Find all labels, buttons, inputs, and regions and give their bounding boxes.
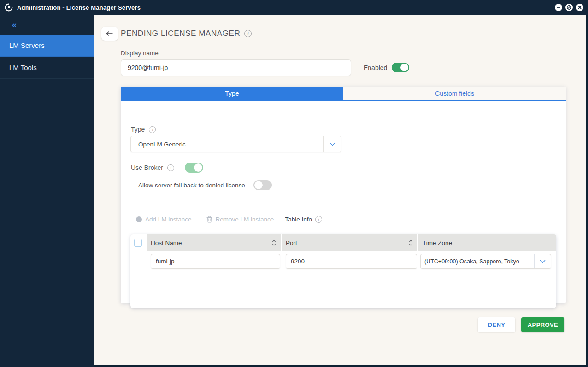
- tab-bar: Type Custom fields: [121, 87, 566, 101]
- sidebar-collapse-icon[interactable]: «: [12, 20, 16, 30]
- restore-blocked-icon[interactable]: [565, 4, 573, 11]
- remove-lm-instance-button[interactable]: Remove LM instance: [206, 216, 274, 223]
- add-lm-instance-button[interactable]: Add LM instance: [136, 216, 192, 223]
- type-info-icon[interactable]: [149, 126, 156, 133]
- column-header-host-name[interactable]: Host Name: [147, 234, 281, 251]
- use-broker-label: Use Broker: [131, 164, 163, 171]
- time-zone-select[interactable]: (UTC+09:00) Osaka, Sapporo, Tokyo: [420, 254, 551, 269]
- lm-instance-table: Host Name Port Time Zone: [130, 234, 556, 308]
- table-info-button[interactable]: Table Info: [285, 216, 322, 223]
- sidebar-nav: LM Servers LM Tools: [0, 35, 94, 79]
- type-select[interactable]: OpenLM Generic: [130, 136, 341, 152]
- approve-button[interactable]: APPROVE: [521, 317, 564, 332]
- toggle-knob: [400, 64, 408, 71]
- sort-icon: [271, 239, 276, 246]
- column-label: Port: [286, 239, 297, 246]
- chevron-down-icon: [534, 254, 551, 268]
- column-label: Time Zone: [423, 239, 452, 246]
- tab-custom-fields[interactable]: Custom fields: [343, 87, 566, 100]
- enabled-label: Enabled: [364, 64, 387, 71]
- sidebar-item-label: LM Tools: [9, 64, 37, 71]
- display-name-input[interactable]: [121, 59, 351, 76]
- type-tab-content: Type OpenLM Generic Use Broker Allow ser…: [121, 101, 566, 302]
- use-broker-row: Use Broker: [131, 163, 203, 173]
- sidebar-item-lm-servers[interactable]: LM Servers: [0, 35, 94, 57]
- select-all-checkbox[interactable]: [134, 239, 142, 247]
- type-field-label-row: Type: [131, 126, 156, 133]
- back-button[interactable]: [101, 27, 118, 41]
- fallback-label: Allow server fall back to denied license: [138, 182, 245, 189]
- type-select-value: OpenLM Generic: [131, 141, 323, 148]
- deny-button[interactable]: DENY: [478, 317, 515, 332]
- type-field-label: Type: [131, 126, 145, 133]
- table-header: Host Name Port Time Zone: [147, 234, 556, 251]
- fallback-toggle[interactable]: [253, 180, 272, 190]
- app-logo-icon: [5, 3, 13, 12]
- use-broker-info-icon[interactable]: [167, 164, 174, 171]
- enabled-toggle[interactable]: [392, 63, 409, 72]
- window-controls: [555, 0, 583, 15]
- sort-icon: [408, 239, 413, 246]
- time-zone-value: (UTC+09:00) Osaka, Sapporo, Tokyo: [421, 254, 534, 268]
- lm-config-card: Type Custom fields Type OpenLM Generic U…: [121, 87, 566, 303]
- main-content: PENDING LICENSE MANAGER Display name Ena…: [94, 15, 586, 365]
- page-header: PENDING LICENSE MANAGER: [121, 29, 252, 38]
- add-lm-instance-label: Add LM instance: [145, 216, 192, 223]
- host-name-input[interactable]: [151, 254, 280, 269]
- tab-label: Type: [225, 90, 239, 97]
- toggle-knob: [194, 163, 202, 172]
- column-header-port[interactable]: Port: [282, 234, 417, 251]
- tab-type[interactable]: Type: [121, 87, 343, 100]
- fallback-row: Allow server fall back to denied license: [138, 180, 272, 190]
- chevron-down-icon: [323, 136, 341, 152]
- page-title: PENDING LICENSE MANAGER: [121, 29, 240, 38]
- trash-icon: [206, 216, 212, 223]
- approve-label: APPROVE: [528, 321, 558, 328]
- window-title: Administration - License Manager Servers: [17, 4, 141, 11]
- minimize-icon[interactable]: [555, 4, 562, 11]
- add-circle-icon: [136, 216, 142, 222]
- toggle-knob: [254, 181, 263, 189]
- table-info-label: Table Info: [285, 216, 312, 223]
- column-header-time-zone[interactable]: Time Zone: [418, 234, 556, 251]
- display-name-label: Display name: [121, 50, 159, 57]
- sidebar-item-label: LM Servers: [9, 41, 45, 49]
- deny-label: DENY: [488, 321, 506, 328]
- close-icon[interactable]: [576, 4, 583, 11]
- table-info-icon[interactable]: [315, 216, 322, 223]
- use-broker-toggle[interactable]: [185, 163, 203, 173]
- remove-lm-instance-label: Remove LM instance: [216, 216, 274, 223]
- tab-label: Custom fields: [435, 90, 474, 97]
- port-input[interactable]: [286, 254, 417, 269]
- page-info-icon[interactable]: [244, 30, 252, 37]
- window-titlebar: Administration - License Manager Servers: [0, 0, 588, 15]
- table-toolbar: Add LM instance Remove LM instance Table…: [136, 216, 322, 223]
- column-label: Host Name: [151, 239, 182, 246]
- sidebar: « LM Servers LM Tools: [0, 15, 94, 367]
- sidebar-item-lm-tools[interactable]: LM Tools: [0, 57, 94, 79]
